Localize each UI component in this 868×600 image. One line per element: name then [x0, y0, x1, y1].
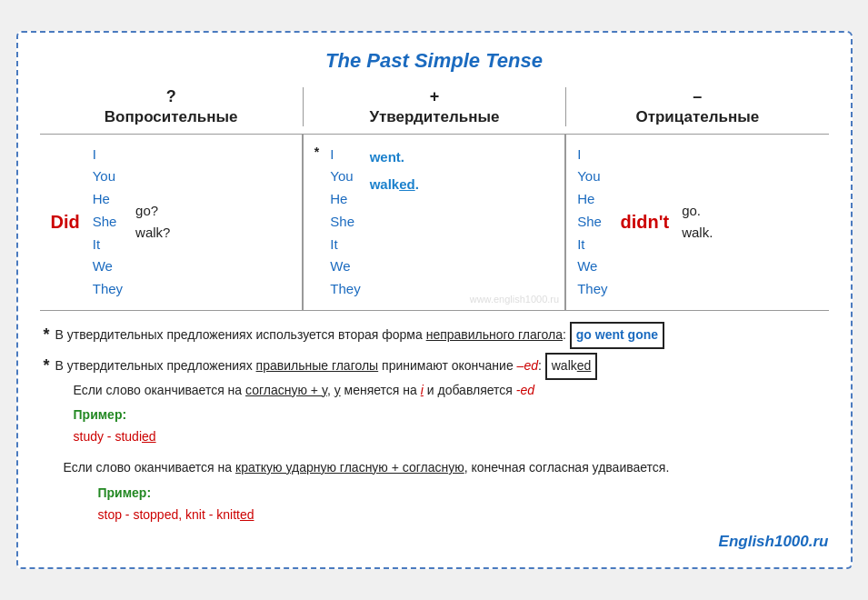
note2-text: В утвердительных предложениях правильные… — [55, 358, 598, 373]
example1-block: Пример: study - studied — [74, 405, 598, 448]
header-symbol-plus: + — [304, 87, 565, 106]
note2: * В утвердительных предложениях правильн… — [44, 353, 825, 454]
note2-walked-box: walked — [545, 353, 598, 380]
did-label: Did — [51, 212, 80, 233]
didnt-label: didn't — [621, 212, 670, 233]
example1-label: Пример: — [74, 407, 127, 422]
col3-verbs: go.walk. — [682, 200, 713, 245]
page-title: The Past Simple Tense — [40, 49, 829, 73]
note2-star: * — [44, 352, 50, 380]
col-affirmative: * IYouHeSheItWeThey went. walked. www.en… — [303, 135, 565, 311]
note3: Если слово оканчивается на краткую ударн… — [44, 457, 825, 479]
header-negative: – Отрицательные — [565, 87, 828, 126]
note1-text: В утвердительных предложениях использует… — [55, 322, 665, 349]
header-symbol-question: ? — [40, 87, 303, 106]
header-label-negative: Отрицательные — [635, 108, 759, 125]
col-negative: IYouHeSheItWeThey didn't go.walk. — [565, 135, 828, 311]
col3-inner: IYouHeSheItWeThey didn't go.walk. — [577, 144, 817, 301]
col2-inner: * IYouHeSheItWeThey went. walked. — [314, 144, 554, 301]
col2-content: * — [314, 144, 321, 160]
col1-inner: Did IYouHeSheItWeThey go?walk? — [51, 144, 291, 301]
col2-went: went. walked. — [370, 144, 419, 198]
header-affirmative: + Утвердительные — [303, 87, 565, 126]
col2-walked: walked. — [370, 176, 419, 192]
main-table: Did IYouHeSheItWeThey go?walk? * IYouHeS… — [40, 135, 829, 311]
col1-pronouns: IYouHeSheItWeThey — [93, 144, 123, 301]
example2-label: Пример: — [98, 485, 152, 500]
watermark: www.english1000.ru — [470, 294, 559, 305]
example2-text: stop - stopped, knit - knitted — [98, 507, 254, 522]
col2-verbs: went. walked. — [370, 144, 419, 198]
example2-block: Пример: stop - stopped, knit - knitted — [98, 483, 825, 526]
note1-star: * — [44, 321, 50, 349]
header-label-interrogative: Вопросительные — [105, 108, 238, 125]
header-interrogative: ? Вопросительные — [40, 87, 303, 126]
col1-verbs: go?walk? — [135, 200, 170, 245]
col2-pronouns: IYouHeSheItWeThey — [330, 144, 360, 301]
col-interrogative: Did IYouHeSheItWeThey go?walk? — [40, 135, 303, 311]
column-headers: ? Вопросительные + Утвердительные – Отри… — [40, 87, 829, 135]
brand-footer: English1000.ru — [40, 533, 829, 551]
col2-star: * — [314, 145, 319, 159]
header-label-affirmative: Утвердительные — [369, 108, 499, 125]
example1-text: study - studied — [74, 429, 156, 444]
note2-subline: Если слово оканчивается на согласную + y… — [74, 380, 598, 402]
main-card: The Past Simple Tense ? Вопросительные +… — [16, 31, 853, 570]
notes-section: * В утвердительных предложениях использу… — [40, 311, 829, 525]
note3-text: Если слово оканчивается на краткую ударн… — [64, 457, 670, 479]
col3-pronouns: IYouHeSheItWeThey — [577, 144, 607, 301]
note1: * В утвердительных предложениях использу… — [44, 322, 825, 349]
note2-content: В утвердительных предложениях правильные… — [55, 353, 598, 454]
header-symbol-minus: – — [566, 87, 828, 106]
note1-box: go went gone — [570, 322, 664, 349]
